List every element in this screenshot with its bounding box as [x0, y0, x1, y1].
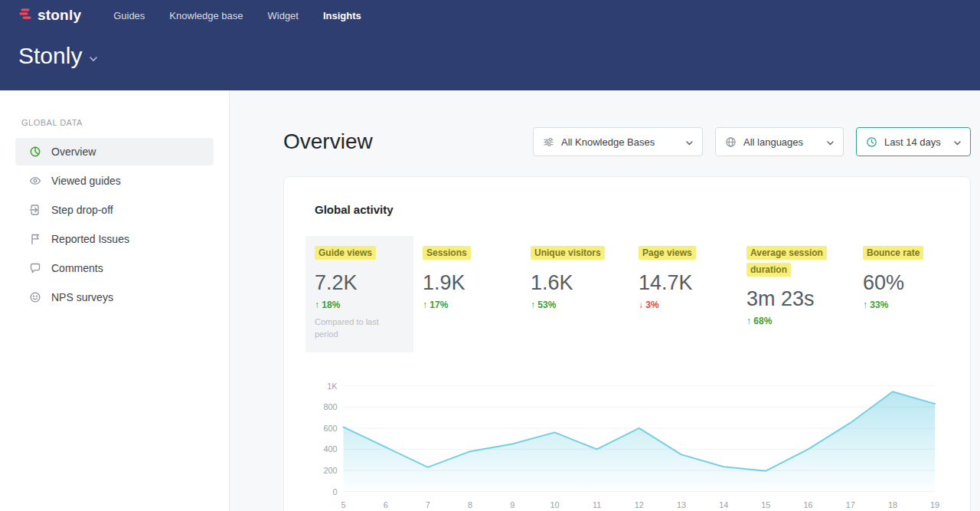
- page-title: Overview: [283, 129, 373, 154]
- metric-delta: ↑ 33%: [863, 300, 923, 310]
- metric-label: Page views: [639, 246, 696, 260]
- metric-value: 14.7K: [639, 271, 730, 295]
- step-exit-icon: [29, 204, 41, 216]
- main-content: Overview All Knowledge Bases: [230, 90, 980, 511]
- svg-text:16: 16: [804, 501, 813, 510]
- logo-wordmark: stonly: [38, 7, 81, 24]
- svg-text:13: 13: [677, 501, 686, 510]
- sidebar-item-label: Viewed guides: [51, 175, 121, 187]
- svg-text:7: 7: [426, 501, 430, 510]
- metric-guide-views[interactable]: Guide views 7.2K ↑ 18% Compared to last …: [305, 236, 413, 352]
- sidebar-item-viewed-guides[interactable]: Viewed guides: [15, 167, 214, 195]
- svg-text:8: 8: [468, 501, 472, 510]
- svg-text:0: 0: [333, 487, 338, 496]
- metric-label: Unique visitors: [531, 246, 605, 260]
- sidebar-item-label: Reported Issues: [51, 233, 129, 245]
- metric-value: 1.9K: [423, 271, 514, 295]
- donut-chart-icon: [29, 146, 41, 158]
- metric-delta: ↑ 53%: [531, 300, 622, 310]
- svg-text:17: 17: [846, 501, 855, 510]
- svg-text:11: 11: [593, 501, 601, 510]
- svg-text:5: 5: [341, 501, 345, 510]
- languages-value: All languages: [743, 136, 820, 148]
- metrics-row: Guide views 7.2K ↑ 18% Compared to last …: [305, 236, 941, 352]
- sidebar-item-step-drop-off[interactable]: Step drop-off: [15, 196, 214, 224]
- metric-sessions[interactable]: Sessions 1.9K ↑ 17%: [413, 236, 521, 352]
- metric-delta: ↑ 68%: [746, 316, 846, 326]
- date-range-value: Last 14 days: [884, 136, 947, 148]
- sidebar-item-reported-issues[interactable]: Reported Issues: [15, 225, 214, 253]
- workspace-title: Stonly: [18, 43, 82, 69]
- app-header: stonly Guides Knowledge base Widget Insi…: [0, 0, 980, 90]
- area-chart-canvas: 02004006008001K5678910111213141516171819: [315, 375, 941, 511]
- chevron-down-icon: [686, 136, 693, 148]
- svg-text:14: 14: [719, 501, 728, 510]
- sidebar-item-label: Comments: [51, 262, 103, 274]
- global-activity-chart: 02004006008001K5678910111213141516171819: [315, 375, 941, 511]
- metric-delta: ↑ 18%: [315, 300, 406, 310]
- metric-note: Compared to last period: [315, 316, 395, 341]
- metric-label: Guide views: [315, 246, 376, 260]
- nav-item-knowledge-base[interactable]: Knowledge base: [169, 10, 243, 21]
- comment-icon: [29, 262, 41, 274]
- svg-text:800: 800: [323, 403, 337, 412]
- metric-label: Bounce rate: [863, 246, 923, 260]
- svg-text:15: 15: [761, 501, 770, 510]
- chevron-down-icon: [90, 51, 97, 65]
- sidebar-item-label: NPS surveys: [51, 291, 113, 303]
- svg-text:1K: 1K: [327, 382, 338, 391]
- knowledge-bases-dropdown[interactable]: All Knowledge Bases: [533, 127, 703, 156]
- svg-text:18: 18: [888, 501, 897, 510]
- chevron-down-icon: [827, 136, 834, 148]
- metric-bounce-rate[interactable]: Bounce rate 60% ↑ 33%: [854, 236, 931, 352]
- top-nav-items: Guides Knowledge base Widget Insights: [113, 10, 361, 21]
- workspace-selector[interactable]: Stonly: [18, 43, 962, 69]
- clock-icon: [866, 136, 877, 148]
- svg-text:600: 600: [323, 424, 337, 433]
- svg-text:10: 10: [550, 501, 559, 510]
- metric-label: Average session duration: [746, 246, 827, 277]
- nav-item-insights[interactable]: Insights: [323, 10, 361, 21]
- sliders-icon: [543, 136, 554, 148]
- eye-icon: [29, 175, 41, 187]
- filter-bar: All Knowledge Bases All languages: [533, 127, 971, 156]
- svg-text:19: 19: [930, 501, 939, 510]
- sidebar-item-nps-surveys[interactable]: NPS surveys: [15, 283, 214, 311]
- svg-text:12: 12: [635, 501, 644, 510]
- sidebar-item-label: Step drop-off: [51, 204, 113, 216]
- sidebar-item-label: Overview: [51, 146, 96, 158]
- languages-dropdown[interactable]: All languages: [715, 127, 844, 156]
- smiley-icon: [29, 291, 41, 303]
- flag-icon: [29, 233, 41, 245]
- metric-value: 1.6K: [531, 271, 622, 295]
- metric-average-session-duration[interactable]: Average session duration 3m 23s ↑ 68%: [737, 236, 854, 352]
- svg-text:400: 400: [323, 445, 337, 454]
- sidebar-item-comments[interactable]: Comments: [15, 254, 214, 282]
- nav-item-widget[interactable]: Widget: [268, 10, 299, 21]
- stonly-logo-icon: [18, 7, 32, 24]
- top-navigation: stonly Guides Knowledge base Widget Insi…: [18, 0, 962, 31]
- date-range-dropdown[interactable]: Last 14 days: [856, 127, 971, 156]
- metric-value: 60%: [863, 271, 923, 295]
- global-activity-card: Global activity Guide views 7.2K ↑ 18% C…: [283, 176, 971, 511]
- metric-value: 3m 23s: [746, 287, 846, 311]
- svg-text:200: 200: [323, 466, 337, 475]
- svg-text:6: 6: [384, 501, 388, 510]
- globe-icon: [725, 136, 737, 148]
- nav-item-guides[interactable]: Guides: [113, 10, 145, 21]
- metric-label: Sessions: [423, 246, 471, 260]
- card-title: Global activity: [315, 203, 941, 216]
- svg-text:9: 9: [510, 501, 514, 510]
- metric-unique-visitors[interactable]: Unique visitors 1.6K ↑ 53%: [521, 236, 629, 352]
- sidebar-item-overview[interactable]: Overview: [15, 138, 214, 165]
- chevron-down-icon: [954, 136, 961, 148]
- metric-delta: ↓ 3%: [639, 300, 730, 310]
- metric-page-views[interactable]: Page views 14.7K ↓ 3%: [629, 236, 737, 352]
- knowledge-bases-value: All Knowledge Bases: [561, 136, 679, 148]
- sidebar-section-title: GLOBAL DATA: [0, 118, 229, 127]
- sidebar: GLOBAL DATA Overview Viewed guides Step …: [0, 90, 230, 511]
- metric-value: 7.2K: [315, 271, 406, 295]
- metric-delta: ↑ 17%: [423, 300, 514, 310]
- stonly-logo[interactable]: stonly: [18, 7, 81, 24]
